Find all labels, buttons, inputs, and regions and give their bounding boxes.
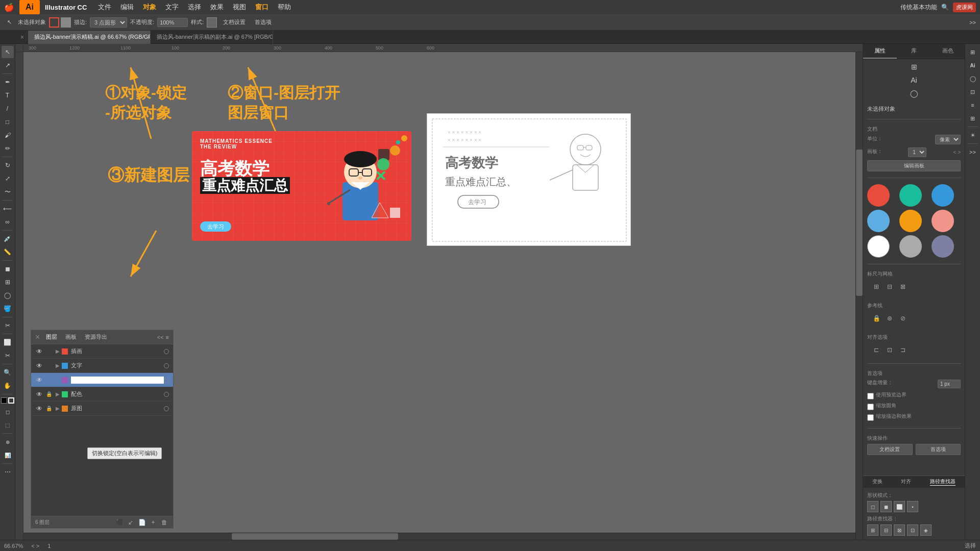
- shape-exclude-btn[interactable]: ▪: [907, 501, 918, 512]
- align-center-icon[interactable]: ⊡: [885, 345, 895, 355]
- ruler-icon[interactable]: ⊞: [871, 282, 881, 292]
- layer-move-down-btn[interactable]: ↙: [126, 518, 135, 527]
- layer-lock-colors-group[interactable]: 🔒: [45, 391, 53, 398]
- scrollbar-thumb[interactable]: [856, 149, 863, 296]
- ri-transform-btn[interactable]: ⊡: [967, 86, 979, 98]
- tool-select[interactable]: ↖: [2, 46, 14, 58]
- menu-view[interactable]: 视图: [229, 2, 250, 13]
- align-left-icon[interactable]: ⊏: [871, 345, 881, 355]
- scrollbar-horizontal[interactable]: [23, 533, 855, 540]
- ri-path-btn[interactable]: ⊞: [967, 112, 979, 124]
- pf-crop-btn[interactable]: ⊡: [907, 524, 918, 536]
- ri-properties-btn[interactable]: ⊞: [967, 46, 979, 58]
- doc-settings-btn[interactable]: 文档设置: [220, 17, 249, 27]
- layer-vis-text[interactable]: 👁: [35, 362, 43, 370]
- artboard-select[interactable]: 1: [908, 147, 926, 157]
- guide-toggle-icon[interactable]: ⊛: [885, 313, 895, 323]
- zoom-level[interactable]: 66.67%: [4, 543, 23, 549]
- rp-prop-icon[interactable]: ⊞: [909, 61, 920, 72]
- layer-item-editing[interactable]: 👁: [31, 373, 173, 387]
- tool-line[interactable]: /: [2, 103, 14, 115]
- keyboard-inc-input[interactable]: [938, 380, 961, 388]
- layer-vis-colors-group[interactable]: 👁: [35, 390, 43, 398]
- stroke-select[interactable]: 3 点圆形: [90, 17, 127, 28]
- fill-indicator[interactable]: [1, 397, 7, 404]
- tool-warp[interactable]: 〜: [2, 186, 14, 198]
- menu-file[interactable]: 文件: [94, 2, 115, 13]
- quick-prefs-btn[interactable]: 首选项: [916, 444, 961, 455]
- swatch-pink[interactable]: [932, 210, 954, 232]
- layer-vis-illustration[interactable]: 👁: [35, 347, 43, 356]
- rp-ai-icon[interactable]: Ai: [909, 74, 920, 86]
- stroke-indicator[interactable]: [8, 397, 14, 404]
- rp-tab-color[interactable]: 画色: [931, 44, 965, 59]
- layer-item-illustration[interactable]: 👁 ▶ 插画: [31, 344, 173, 359]
- canvas-area[interactable]: 300 1200 1100 100 200 300 400 500 600: [15, 44, 863, 540]
- tool-eraser[interactable]: ⬜: [2, 336, 14, 348]
- menu-help[interactable]: 帮助: [274, 2, 295, 13]
- shape-intersect-btn[interactable]: ⬜: [894, 501, 905, 512]
- tool-width[interactable]: ⟵: [2, 203, 14, 215]
- menu-object[interactable]: 对象: [139, 2, 160, 13]
- tool-type[interactable]: T: [2, 89, 14, 102]
- tool-mesh[interactable]: ⊞: [2, 276, 14, 288]
- tool-rect[interactable]: □: [2, 116, 14, 128]
- layer-lock-editing[interactable]: [45, 377, 53, 384]
- layer-item-text[interactable]: 👁 ▶ 文字: [31, 359, 173, 373]
- shape-unite-btn[interactable]: ◻: [867, 501, 878, 512]
- layer-create-btn[interactable]: 📄: [137, 518, 146, 527]
- tool-hand[interactable]: ✋: [2, 380, 14, 392]
- artboard-nav[interactable]: < >: [953, 149, 961, 155]
- tool-slice[interactable]: ✂: [2, 319, 14, 332]
- tab-pathfinder[interactable]: 路径查找器: [930, 478, 955, 486]
- layer-lock-original[interactable]: 🔒: [45, 405, 53, 412]
- rp-tab-properties[interactable]: 属性: [863, 44, 897, 59]
- apple-menu[interactable]: 🍎: [4, 3, 14, 12]
- snap-icon[interactable]: ⊠: [898, 282, 908, 292]
- layers-collapse-btn[interactable]: <<: [157, 334, 164, 340]
- tool-paintbrush[interactable]: 🖌: [2, 129, 14, 141]
- layer-expand-illustration[interactable]: ▶: [55, 348, 61, 354]
- pf-trim-btn[interactable]: ⊟: [880, 524, 892, 536]
- tool-eyedropper[interactable]: 💉: [2, 233, 14, 245]
- layer-lock-illustration[interactable]: [45, 348, 53, 355]
- ri-ai-btn[interactable]: Ai: [967, 59, 979, 71]
- expand-icon[interactable]: >>: [969, 19, 976, 26]
- tool-shape-builder[interactable]: ◯: [2, 289, 14, 302]
- preferences-btn[interactable]: 首选项: [252, 17, 275, 27]
- tool-normal-mode[interactable]: ◻: [2, 406, 14, 418]
- tool-graph[interactable]: 📊: [2, 449, 14, 461]
- tool-direct-select[interactable]: ↗: [2, 59, 14, 71]
- ri-sun-btn[interactable]: ☀: [967, 129, 979, 141]
- round-corners-cb[interactable]: [867, 404, 874, 410]
- scrollbar-vertical[interactable]: [855, 52, 863, 540]
- tool-extra[interactable]: ⋯: [2, 466, 14, 478]
- swatch-purple-gray[interactable]: [932, 235, 954, 258]
- ri-chevron-btn[interactable]: >>: [967, 146, 979, 158]
- tool-zoom[interactable]: 🔍: [2, 366, 14, 379]
- swatch-white[interactable]: [867, 235, 890, 258]
- layer-item-colors-group[interactable]: 👁 🔒 ▶ 配色: [31, 387, 173, 402]
- pf-outline-btn[interactable]: ◈: [920, 524, 932, 536]
- edit-artboard-btn[interactable]: 编辑画板: [867, 160, 961, 171]
- pf-merge-btn[interactable]: ⊠: [894, 524, 905, 536]
- layer-lock-text[interactable]: [45, 362, 53, 369]
- ri-circle-btn[interactable]: ◯: [967, 72, 979, 85]
- unit-select[interactable]: 像素: [935, 135, 961, 144]
- workspace-selector[interactable]: 传统基本功能: [900, 3, 937, 12]
- layer-expand-text[interactable]: ▶: [55, 363, 61, 368]
- layer-expand-original[interactable]: ▶: [55, 406, 61, 411]
- layers-menu-btn[interactable]: ≡: [166, 334, 169, 340]
- layers-tab-layers[interactable]: 图层: [44, 332, 59, 342]
- tab-close-all[interactable]: ×: [20, 34, 24, 41]
- layers-tab-export[interactable]: 资源导出: [83, 332, 109, 342]
- menu-effects[interactable]: 效果: [206, 2, 228, 13]
- swatch-blue[interactable]: [932, 184, 954, 207]
- tool-pencil[interactable]: ✏: [2, 142, 14, 155]
- tool-gradient[interactable]: ◼: [2, 263, 14, 275]
- layer-move-up-btn[interactable]: ⬛: [115, 518, 124, 527]
- layer-name-input[interactable]: [71, 377, 164, 384]
- layer-vis-original[interactable]: 👁: [35, 405, 43, 413]
- menu-edit[interactable]: 编辑: [116, 2, 138, 13]
- tool-measure[interactable]: 📏: [2, 246, 14, 258]
